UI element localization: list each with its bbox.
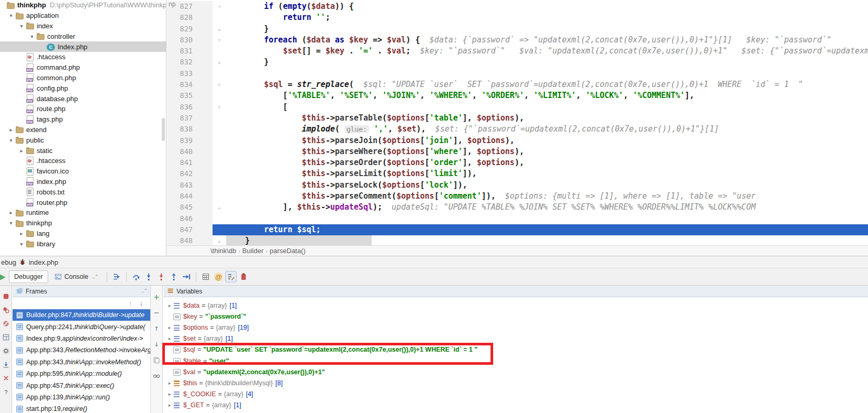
fold-marker-icon[interactable]: ▵ xyxy=(213,235,226,245)
frame-row[interactable]: App.php:457, think\App::exec() xyxy=(13,379,150,391)
breadcrumb-item[interactable]: \think\db xyxy=(210,247,236,255)
frame-row[interactable]: Builder.php:847, think\db\Builder->updat… xyxy=(13,309,150,321)
tree-chevron-icon[interactable]: ▸ xyxy=(17,231,26,236)
expand-arrow-icon[interactable]: ▸ xyxy=(166,303,173,308)
tree-item-application[interactable]: ▾application xyxy=(0,10,166,21)
line-number[interactable]: 838 xyxy=(167,124,213,135)
variable-row-_cookie[interactable]: ▸$_COOKIE={array}[4] xyxy=(163,389,868,400)
variable-row-table[interactable]: 88$table="user" xyxy=(163,355,868,366)
tree-item-route.php[interactable]: phproute.php xyxy=(0,104,166,114)
tree-chevron-icon[interactable]: ▾ xyxy=(17,241,26,247)
frame-row[interactable]: Query.php:2241, think\db\Query->update( xyxy=(13,321,150,332)
tree-chevron-icon[interactable]: ▸ xyxy=(7,210,15,215)
tree-chevron-icon[interactable]: ▾ xyxy=(7,13,15,18)
frame-down-icon[interactable]: ↓ xyxy=(140,299,143,307)
line-number[interactable]: 837 xyxy=(167,113,213,124)
line-number[interactable]: 832 xyxy=(167,57,213,68)
tree-item-public[interactable]: ▾public xyxy=(0,135,166,145)
frame-row[interactable]: App.php:343, ReflectionMethod->invokeArg… xyxy=(13,344,150,356)
project-scrollbar-thumb[interactable] xyxy=(162,118,165,141)
line-number[interactable]: 839 xyxy=(167,135,213,146)
tree-chevron-icon[interactable]: ▸ xyxy=(17,148,26,154)
line-number[interactable]: 835 xyxy=(167,90,213,101)
tree-item-tags.php[interactable]: phptags.php xyxy=(0,114,166,125)
nav-down-icon[interactable] xyxy=(152,340,161,349)
fold-marker-icon[interactable]: ▿ xyxy=(213,102,226,113)
tree-item-router.php[interactable]: phprouter.php xyxy=(0,197,166,208)
mute-breakpoints-icon[interactable] xyxy=(2,319,10,328)
tree-item-thinkphp[interactable]: ▾thinkphp xyxy=(0,218,166,229)
frame-row[interactable]: start.php:19, require() xyxy=(13,403,150,413)
nav-up-icon[interactable] xyxy=(152,324,161,333)
show-watches-icon[interactable] xyxy=(152,372,161,380)
tree-item-index.php[interactable]: CIndex.php xyxy=(0,41,166,52)
help-icon[interactable]: ? xyxy=(2,387,10,396)
variable-row-val[interactable]: 88$val="updatexml(2,concat(0x7e,user()),… xyxy=(163,366,868,377)
frame-row[interactable]: App.php:343, think\App::invokeMethod() xyxy=(13,356,150,368)
line-number[interactable]: 831 xyxy=(167,46,213,57)
fold-marker-icon[interactable]: ▿ xyxy=(213,79,226,90)
tree-chevron-icon[interactable]: ▸ xyxy=(7,127,15,133)
line-number[interactable]: 836 xyxy=(167,102,213,113)
line-number[interactable]: 844 xyxy=(167,191,213,202)
frame-row[interactable]: Index.php:9, app\index\controller\Index-… xyxy=(13,333,150,344)
tree-item-.htaccess[interactable]: .htaccess xyxy=(0,156,166,166)
tree-item-config.php[interactable]: phpconfig.php xyxy=(0,83,166,93)
tree-chevron-icon[interactable]: ▾ xyxy=(28,34,36,39)
variable-row-_get[interactable]: ▸$_GET={array}[1] xyxy=(163,400,868,411)
line-number[interactable]: 830 xyxy=(167,35,213,46)
watches-list-icon[interactable] xyxy=(225,271,237,282)
line-number[interactable]: 834 xyxy=(167,79,213,90)
stop-icon[interactable] xyxy=(2,292,10,300)
line-number[interactable]: 845 xyxy=(167,202,213,213)
line-number[interactable]: 848 xyxy=(167,235,213,245)
inline-values-icon[interactable]: @ xyxy=(213,271,224,282)
tree-item-index[interactable]: ▾index xyxy=(0,21,166,31)
step-over-icon[interactable] xyxy=(130,271,142,282)
breadcrumb-item[interactable]: parseData() xyxy=(270,247,306,255)
tree-item-.htaccess[interactable]: .htaccess xyxy=(0,52,166,62)
run-to-cursor-icon[interactable] xyxy=(181,271,192,282)
view-breakpoints-icon[interactable] xyxy=(2,306,10,314)
tree-item-runtime[interactable]: ▸runtime xyxy=(0,208,166,218)
variable-row-data[interactable]: ▸$data={array}[1] xyxy=(163,300,868,311)
tab-debugger[interactable]: Debugger xyxy=(9,270,48,283)
tree-item-extend[interactable]: ▸extend xyxy=(0,125,166,135)
frame-row[interactable]: App.php:595, think\App::module() xyxy=(13,368,150,379)
line-number[interactable]: 847 xyxy=(167,224,213,235)
tree-item-robots.txt[interactable]: robots.txt xyxy=(0,187,166,197)
tree-item-command.php[interactable]: phpcommand.php xyxy=(0,62,166,73)
variable-row-this[interactable]: ▸$this={think\db\builder\Mysql}[8] xyxy=(163,377,868,388)
tree-item-controller[interactable]: ▾controller xyxy=(0,31,166,41)
fold-marker-icon[interactable]: ▵ xyxy=(213,24,226,35)
line-number[interactable]: 843 xyxy=(167,180,213,191)
pin-tab-icon[interactable] xyxy=(2,360,10,368)
tree-item-library[interactable]: ▾library xyxy=(0,238,166,249)
show-execution-point-icon[interactable] xyxy=(111,271,123,282)
code-area[interactable]: 827▿ if (empty($data)) {828 return '';82… xyxy=(167,0,868,245)
expand-arrow-icon[interactable]: ▸ xyxy=(166,392,173,397)
frame-up-icon[interactable]: ↑ xyxy=(129,299,132,307)
line-number[interactable]: 829 xyxy=(167,24,213,35)
tree-item-common.php[interactable]: phpcommon.php xyxy=(0,73,166,83)
float-window-icon[interactable]: →" xyxy=(139,288,147,294)
line-number[interactable]: 842 xyxy=(167,168,213,179)
tree-chevron-icon[interactable]: ▾ xyxy=(7,220,15,226)
tree-chevron-icon[interactable]: ▾ xyxy=(7,137,15,143)
expand-arrow-icon[interactable]: ▸ xyxy=(166,381,173,386)
tree-item-database.php[interactable]: phpdatabase.php xyxy=(0,93,166,104)
variable-row-options[interactable]: ▸$options={array}[19] xyxy=(163,322,868,333)
add-watch-icon[interactable] xyxy=(152,293,161,301)
step-out-icon[interactable] xyxy=(168,271,180,282)
expand-arrow-icon[interactable]: ▸ xyxy=(166,403,173,408)
breakpoint-file-icon[interactable] xyxy=(238,271,249,282)
fold-marker-icon[interactable]: ▵ xyxy=(213,202,226,213)
variable-row-set[interactable]: ▸$set={array}[1] xyxy=(163,333,868,344)
resume-program-icon[interactable] xyxy=(0,273,7,282)
force-step-into-icon[interactable] xyxy=(155,271,167,282)
fold-marker-icon[interactable]: ▿ xyxy=(213,1,226,12)
frame-row[interactable]: App.php:139, think\App::run() xyxy=(13,392,150,403)
step-into-icon[interactable] xyxy=(143,271,154,282)
variable-row-sql[interactable]: 88$sql="UPDATE `user` SET `password`=upd… xyxy=(163,344,868,355)
fold-marker-icon[interactable]: ▵ xyxy=(213,57,226,68)
